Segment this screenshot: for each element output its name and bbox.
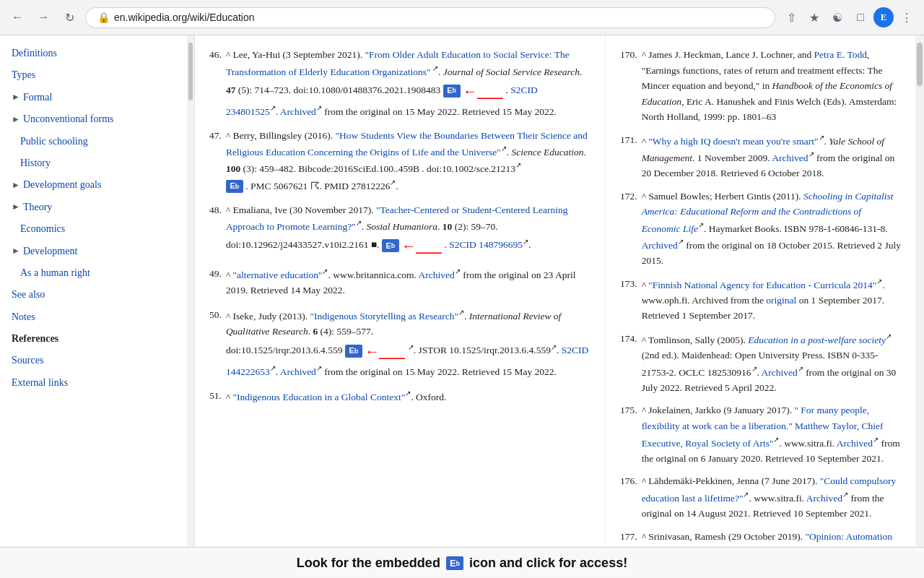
sidebar-item-see-also[interactable]: See also xyxy=(0,284,194,306)
url-text: en.wikipedia.org/wiki/Education xyxy=(114,12,255,23)
table-row: 176. ^ Lähdemäki-Pekkinen, Jenna (7 June… xyxy=(620,473,901,521)
table-row: 171. ^ "Why a high IQ doesn't mean you'r… xyxy=(620,132,901,181)
ref-number: 177. xyxy=(620,529,637,547)
right-content: 170. ^ James J. Heckman, Lance J. Lochne… xyxy=(605,35,915,547)
archived-link[interactable]: Archived xyxy=(806,492,842,503)
table-row: 174. ^ Tomlinson, Sally (2005). Educatio… xyxy=(620,331,901,395)
ref-number: 47. xyxy=(209,128,222,194)
table-row: 51. ^ "Indigenous Education in a Global … xyxy=(209,388,590,405)
ref-text: ^ Berry, Billingsley (2016). "How Studen… xyxy=(226,128,590,194)
ref-link[interactable]: "alternative education" xyxy=(233,269,323,280)
archived-link[interactable]: Archived xyxy=(762,366,798,377)
ref-text: ^ "Finnish National Agency for Education… xyxy=(642,276,901,324)
ref-number: 176. xyxy=(620,473,637,521)
ref-text: ^ Iseke, Judy (2013). "Indigenous Storyt… xyxy=(226,307,590,379)
original-link[interactable]: original xyxy=(766,295,796,306)
ref-text: ^ Tomlinson, Sally (2005). Education in … xyxy=(642,331,901,395)
profile-button[interactable]: E xyxy=(873,7,894,27)
sidebar-item-unconventional[interactable]: ► Unconventional forms xyxy=(0,108,194,130)
menu-button[interactable]: ⋮ xyxy=(897,7,917,27)
archived-link[interactable]: Archived xyxy=(837,437,873,448)
ref-text: ^ James J. Heckman, Lance J. Lochner, an… xyxy=(642,47,901,125)
sidebar-item-human-right[interactable]: As a human right xyxy=(0,262,194,284)
sidebar-item-economics[interactable]: Economics xyxy=(0,218,194,240)
table-row: 49. ^ "alternative education"↗. www.brit… xyxy=(209,266,590,298)
ref-number: 172. xyxy=(620,189,637,269)
lock-icon: 🔒 xyxy=(97,12,110,24)
table-row: 50. ^ Iseke, Judy (2013). "Indigenous St… xyxy=(209,307,590,379)
sidebar-item-development-goals[interactable]: ► Development goals xyxy=(0,174,194,196)
ref-number: 46. xyxy=(209,47,222,119)
ref-link[interactable]: "Indigenous Education in a Global Contex… xyxy=(233,391,406,402)
ebsco-badge[interactable]: Eb xyxy=(345,345,362,358)
banner-text-after: icon and click for access! xyxy=(469,556,627,571)
back-button[interactable]: ← xyxy=(7,7,27,27)
sidebar-scrollbar[interactable] xyxy=(187,35,194,547)
ref-text: ^ Srinivasan, Ramesh (29 October 2019). … xyxy=(642,529,901,547)
sidebar-item-sources[interactable]: Sources xyxy=(0,350,194,371)
bottom-banner: Look for the embedded Eb icon and click … xyxy=(0,547,924,578)
bookmark-button[interactable]: ★ xyxy=(804,7,824,27)
sidebar-item-theory[interactable]: ► Theory xyxy=(0,197,194,218)
red-arrow-icon: ←⎯⎯⎯ xyxy=(365,340,405,363)
sidebar-item-external-links[interactable]: External links xyxy=(0,372,194,394)
archived-link[interactable]: Archived xyxy=(280,366,316,376)
ref-number: 50. xyxy=(209,307,222,379)
archived-link[interactable]: Archived xyxy=(280,105,316,116)
sidebar-item-notes[interactable]: Notes xyxy=(0,306,194,328)
right-scrollbar[interactable] xyxy=(915,35,924,547)
ref-link[interactable]: "Opinion: Automation is likely to elimin… xyxy=(642,531,892,547)
right-scroll-thumb xyxy=(917,43,923,86)
red-arrow-icon: ←⎯⎯⎯ xyxy=(401,234,442,257)
ebsco-badge-banner[interactable]: Eb xyxy=(446,556,463,570)
arrow-icon: ► xyxy=(12,178,20,192)
ebsco-badge[interactable]: Eb xyxy=(443,85,461,98)
ref-link[interactable]: Education in a post-welfare society xyxy=(748,335,886,345)
sidebar-item-public-schooling[interactable]: Public schooling xyxy=(0,131,194,152)
ref-text: ^ Lee, Ya-Hui (3 September 2021). "From … xyxy=(226,47,590,119)
sidebar-item-references[interactable]: References xyxy=(0,328,194,350)
arrow-icon: ► xyxy=(12,200,20,214)
ref-link[interactable]: "Could compulsory education last a lifet… xyxy=(642,475,897,503)
ref-link[interactable]: Schooling in Capitalist America: Educati… xyxy=(642,191,894,234)
address-bar[interactable]: 🔒 en.wikipedia.org/wiki/Education xyxy=(85,7,775,28)
banner-text-before: Look for the embedded xyxy=(297,556,440,571)
archived-link[interactable]: Archived xyxy=(419,269,455,280)
sidebar-item-definitions[interactable]: Definitions xyxy=(0,43,194,64)
table-row: 48. ^ Emaliana, Ive (30 November 2017). … xyxy=(209,202,590,258)
ref-text: ^ Emaliana, Ive (30 November 2017). "Tea… xyxy=(226,202,590,258)
share-button[interactable]: ⇧ xyxy=(781,7,801,27)
ref-text: ^ Samuel Bowles; Herbert Gintis (2011). … xyxy=(642,189,901,269)
archived-link[interactable]: Archived xyxy=(642,240,678,251)
ebsco-badge[interactable]: Eb xyxy=(382,239,399,252)
sidebar-item-types[interactable]: Types xyxy=(0,64,194,86)
arrow-icon: ► xyxy=(12,244,20,258)
sidebar-item-history[interactable]: History xyxy=(0,152,194,174)
table-row: 47. ^ Berry, Billingsley (2016). "How St… xyxy=(209,128,590,194)
ebsco-badge[interactable]: Eb xyxy=(226,180,243,193)
ref-link[interactable]: "Why a high IQ doesn't mean you're smart… xyxy=(648,135,818,146)
ref-text: ^ Lähdemäki-Pekkinen, Jenna (7 June 2017… xyxy=(642,473,901,521)
sidebar-item-development[interactable]: ► Development xyxy=(0,241,194,262)
archived-link[interactable]: Archived xyxy=(772,152,808,163)
sidebar: Definitions Types ► Formal ► Unconventio… xyxy=(0,35,195,547)
s2cid-link[interactable]: S2CID 148796695 xyxy=(449,239,523,250)
arrow-icon: ► xyxy=(12,113,20,126)
table-row: 173. ^ "Finnish National Agency for Educ… xyxy=(620,276,901,324)
ref-link[interactable]: Petra E. Todd xyxy=(814,49,867,60)
tab-button[interactable]: □ xyxy=(850,7,871,27)
sidebar-scroll-thumb xyxy=(188,43,193,100)
browser-actions: ⇧ ★ ☯ □ E ⋮ xyxy=(781,7,917,27)
extensions-button[interactable]: ☯ xyxy=(827,7,847,27)
reload-button[interactable]: ↻ xyxy=(59,7,79,27)
table-row: 177. ^ Srinivasan, Ramesh (29 October 20… xyxy=(620,529,901,547)
ref-number: 170. xyxy=(620,47,637,125)
table-row: 46. ^ Lee, Ya-Hui (3 September 2021). "F… xyxy=(209,47,590,119)
ref-link[interactable]: "Indigenous Storytelling as Research" xyxy=(310,311,458,322)
left-content: 46. ^ Lee, Ya-Hui (3 September 2021). "F… xyxy=(195,35,605,547)
ref-number: 171. xyxy=(620,132,637,181)
ref-link[interactable]: "Finnish National Agency for Education -… xyxy=(648,279,876,290)
sidebar-item-formal[interactable]: ► Formal xyxy=(0,87,194,108)
forward-button[interactable]: → xyxy=(33,7,53,27)
ext-link-icon: ↗ xyxy=(431,64,439,72)
